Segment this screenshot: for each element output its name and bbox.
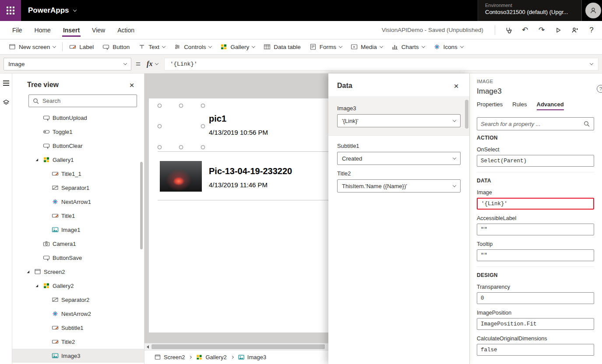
ribbon-icons[interactable]: Icons — [429, 41, 468, 53]
tab-properties[interactable]: Properties — [477, 101, 503, 110]
selection-handle[interactable] — [179, 145, 183, 149]
tooltip-input[interactable]: "" — [477, 249, 594, 261]
tree-item-title1_1[interactable]: Title1_1 — [12, 167, 144, 181]
breadcrumb-screen2[interactable]: Screen2 — [154, 354, 185, 360]
scroll-left-arrow-icon[interactable] — [144, 345, 151, 349]
tree-item-gallery2[interactable]: Gallery2 — [12, 279, 144, 293]
gallery-image-pic1[interactable] — [160, 106, 203, 147]
selection-handle[interactable] — [201, 104, 205, 108]
button-icon — [43, 254, 50, 261]
gallery-item-subtitle[interactable]: 4/13/2019 11:46 PM — [209, 181, 268, 189]
close-data-panel-button[interactable]: × — [451, 80, 461, 91]
ribbon-media[interactable]: Media — [346, 41, 387, 53]
tree-search[interactable] — [28, 94, 137, 107]
tree-search-input[interactable] — [42, 98, 133, 104]
app-brand[interactable]: PowerApps — [28, 6, 76, 15]
waffle-menu-button[interactable] — [0, 0, 21, 21]
gallery-image-pic2[interactable] — [160, 161, 202, 192]
media-icon — [351, 43, 358, 50]
undo-button[interactable]: ↶ — [517, 23, 533, 38]
menu-home[interactable]: Home — [28, 21, 57, 39]
tree-item-separator1[interactable]: Separator1 — [12, 181, 144, 195]
tree-item-buttonclear[interactable]: ButtonClear — [12, 139, 144, 153]
expand-triangle-icon[interactable] — [35, 158, 39, 162]
chevron-down-icon — [73, 8, 76, 11]
ribbon-data-table[interactable]: Data table — [259, 41, 305, 53]
selection-handle[interactable] — [179, 104, 183, 108]
accessiblelabel-input[interactable]: "" — [477, 224, 594, 235]
scrollbar-thumb[interactable] — [151, 344, 325, 349]
tree-item-camera1[interactable]: Camera1 — [12, 237, 144, 251]
data-panel-scrollbar[interactable] — [465, 100, 468, 129]
selection-handle[interactable] — [158, 104, 162, 108]
formula-input[interactable]: '{Link}' — [164, 58, 598, 70]
tree-item-buttonupload[interactable]: ButtonUpload — [12, 111, 144, 125]
expand-triangle-icon[interactable] — [26, 270, 30, 274]
control-name: Image3 — [477, 87, 594, 96]
formula-expand-chevron[interactable] — [590, 61, 593, 65]
tab-rules[interactable]: Rules — [512, 101, 527, 110]
selection-handle[interactable] — [201, 145, 205, 149]
user-avatar[interactable] — [585, 3, 601, 18]
hamburger-menu-icon[interactable] — [3, 80, 9, 86]
image-property-input[interactable]: '{Link}' — [477, 198, 594, 210]
ribbon-button[interactable]: Button — [98, 41, 134, 53]
search-icon — [32, 98, 39, 105]
fx-selector[interactable]: fx — [145, 60, 160, 68]
menu-action[interactable]: Action — [111, 21, 141, 39]
gallery-item-title[interactable]: pic1 — [209, 114, 226, 124]
ribbon-label[interactable]: Label — [65, 41, 98, 53]
tree-item-nextarrow1[interactable]: NextArrow1 — [12, 195, 144, 209]
menu-file[interactable]: File — [6, 21, 28, 39]
image3-binding-dropdown[interactable]: '{Link}' — [337, 114, 461, 127]
ribbon-charts[interactable]: Charts — [387, 41, 429, 53]
ribbon-forms[interactable]: Forms — [305, 41, 346, 53]
ribbon-text[interactable]: Text — [134, 41, 169, 53]
tree-item-separator2[interactable]: Separator2 — [12, 293, 144, 307]
tree-item-toggle1[interactable]: Toggle1 — [12, 125, 144, 139]
tree-scrollbar[interactable] — [140, 162, 143, 249]
icons-icon — [433, 43, 440, 50]
calculateoriginaldimensions-input[interactable]: false — [477, 344, 594, 356]
title2-binding-dropdown[interactable]: ThisItem.'Name ({Name})' — [337, 179, 461, 192]
expand-triangle-icon[interactable] — [35, 284, 39, 288]
tree-item-nextarrow2[interactable]: NextArrow2 — [12, 307, 144, 321]
selection-handle[interactable] — [201, 124, 205, 128]
help-button[interactable]: ? — [584, 23, 599, 38]
preview-play-button[interactable] — [550, 23, 566, 38]
close-tree-view-button[interactable]: × — [127, 80, 137, 90]
property-selector-dropdown[interactable]: Image — [4, 58, 131, 70]
tree-item-title1[interactable]: Title1 — [12, 209, 144, 223]
imageposition-input[interactable]: ImagePosition.Fit — [477, 318, 594, 330]
menu-view[interactable]: View — [86, 21, 111, 39]
selection-handle[interactable] — [158, 145, 162, 149]
tree-item-buttonsave[interactable]: ButtonSave — [12, 251, 144, 265]
gallery-item-subtitle[interactable]: 4/13/2019 10:56 PM — [209, 129, 268, 136]
tree-view-rail-icon[interactable] — [3, 99, 10, 106]
tree-item-screen2[interactable]: Screen2 — [12, 265, 144, 279]
subtitle1-binding-dropdown[interactable]: Created — [337, 152, 461, 165]
tree-item-subtitle1[interactable]: Subtitle1 — [12, 321, 144, 335]
app-checker-button[interactable] — [500, 23, 516, 38]
tab-advanced[interactable]: Advanced — [537, 101, 564, 110]
breadcrumb-image3[interactable]: Image3 — [238, 354, 266, 360]
share-button[interactable] — [567, 23, 583, 38]
breadcrumb-gallery2[interactable]: Gallery2 — [196, 354, 226, 360]
tree-item-gallery1[interactable]: Gallery1 — [12, 153, 144, 167]
environment-selector[interactable]: Environment Contoso321500 (default) (Upg… — [478, 0, 582, 21]
property-search[interactable] — [477, 117, 594, 130]
tree-item-title2[interactable]: Title2 — [12, 335, 144, 349]
selection-handle[interactable] — [158, 124, 162, 128]
ribbon-controls[interactable]: Controls — [169, 41, 216, 53]
tree-item-image3[interactable]: Image3 — [12, 349, 144, 363]
transparency-input[interactable]: 0 — [477, 292, 594, 304]
property-search-input[interactable] — [481, 121, 581, 127]
onselect-input[interactable]: Select(Parent) — [477, 155, 594, 167]
gallery-item-title[interactable]: Pic-13-04-19-233220 — [209, 166, 292, 176]
ribbon-gallery[interactable]: Gallery — [216, 41, 259, 53]
panel-help-button[interactable]: ? — [597, 85, 602, 93]
ribbon-new-screen[interactable]: New screen — [4, 41, 60, 53]
menu-insert[interactable]: Insert — [57, 21, 86, 39]
tree-item-image1[interactable]: Image1 — [12, 223, 144, 237]
redo-button[interactable]: ↷ — [534, 23, 549, 38]
